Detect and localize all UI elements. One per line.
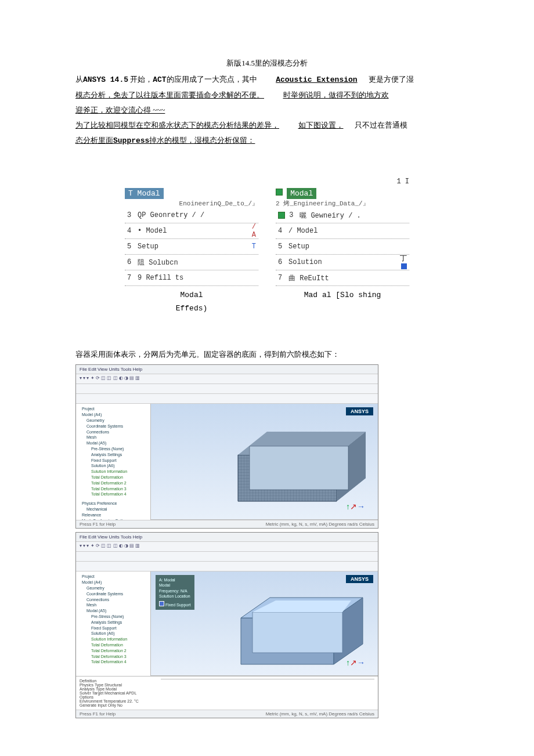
- graphics-view[interactable]: A: Modal Modal Frequency: N/A Solution L…: [151, 571, 378, 676]
- status-left: Press F1 for Help: [80, 522, 116, 527]
- toolbar-3[interactable]: [76, 562, 378, 571]
- section-text: 容器采用面体表示，分网后为壳单元。固定容器的底面，得到前六阶模态如下：: [75, 348, 459, 361]
- tree-item[interactable]: Project: [78, 574, 148, 580]
- txt: ACT: [153, 75, 166, 84]
- outline-tree[interactable]: Project Model (A4) Geometry Coordinate S…: [76, 404, 151, 520]
- wb-foot-a2: Effeds): [125, 304, 258, 313]
- tree-item[interactable]: Total Deformation: [78, 642, 148, 648]
- tree-item[interactable]: Modal (A5): [78, 608, 148, 614]
- outline-tree[interactable]: Project Model (A4) Geometry Coordinate S…: [76, 571, 151, 676]
- txt: 为了比较相同模型在空和盛水状态下的模态分析结果的差异，: [75, 118, 279, 133]
- wb-cell-results[interactable]: 7曲 ReEuItt: [276, 270, 409, 286]
- tree-item[interactable]: Total Deformation: [78, 475, 148, 480]
- details-row: Mesh Conforming Options: [78, 518, 148, 520]
- toolbar[interactable]: ▾ ▾ ▾ ✦ ⟳ ◫ ◫ ◫ ◐ ◑ ▤ ▥: [76, 542, 378, 552]
- tree-item[interactable]: Solution (A6): [78, 463, 148, 469]
- tree-item[interactable]: Mesh: [78, 602, 148, 608]
- tree-item[interactable]: Pre-Stress (None): [78, 614, 148, 620]
- tree-item[interactable]: Solution Information: [78, 636, 148, 642]
- txt: 模态分析，免去了以往版本里面需要插命令求解的不便。: [75, 88, 264, 103]
- axis-triad-icon: ↑↗→: [346, 658, 365, 667]
- wb-cell: EnoineerinQ_De_to_/』: [125, 199, 258, 208]
- toolbar-2[interactable]: [76, 552, 378, 562]
- tree-item[interactable]: Solution Information: [78, 469, 148, 475]
- txt: 迎斧正，欢迎交流心得 ~~~: [75, 103, 165, 118]
- wb-cell-geometry[interactable]: 3曬 Gewneiry / .: [276, 208, 409, 223]
- tree-item[interactable]: Mesh: [78, 435, 148, 440]
- tree-item[interactable]: Connections: [78, 429, 148, 435]
- txt: ANSYS 14.5: [83, 75, 128, 84]
- wb-header-a: T Modal: [125, 188, 164, 199]
- tree-item[interactable]: Connections: [78, 597, 148, 603]
- txt: 只不过在普通模: [355, 121, 407, 129]
- menubar[interactable]: File Edit View Units Tools Help: [76, 533, 378, 542]
- details-row: Generate Input Only No: [80, 703, 149, 707]
- wb-cell-geometry[interactable]: 3QP Geonretry / /: [125, 208, 258, 223]
- txt: 时举例说明，做得不到的地方欢: [283, 88, 389, 103]
- ansys-mech-screenshot-2: File Edit View Units Tools Help ▾ ▾ ▾ ✦ …: [75, 532, 378, 718]
- details-row: Analysis Type Modal: [80, 687, 149, 691]
- tree-item[interactable]: Model (A4): [78, 412, 148, 418]
- wb-cell-solution[interactable]: 6阻 Solubcn: [125, 255, 258, 270]
- details-row: Environment Temperature 22. °C: [80, 699, 149, 703]
- status-left: Press F1 for Help: [80, 711, 116, 717]
- txt: 的应用成了一大亮点，其中: [167, 75, 257, 84]
- wb-cell-solution[interactable]: 6Solution丁: [276, 255, 409, 270]
- tree-item[interactable]: Coordinate Systems: [78, 424, 148, 429]
- wb-system-b: 1 I Modal 2 烤_Engineering_Data_/』 3曬 Gew…: [276, 178, 409, 313]
- txt: Acoustic Extension: [276, 73, 357, 88]
- tree-item[interactable]: Total Deformation 4: [78, 659, 148, 665]
- tree-item[interactable]: Pre-Stress (None): [78, 446, 148, 452]
- status-right: Metric (mm, kg, N, s, mV, mA) Degrees ra…: [266, 522, 374, 527]
- tree-item[interactable]: Total Deformation 3: [78, 486, 148, 492]
- details-pane[interactable]: Definition Physics Type Structural Analy…: [76, 676, 378, 710]
- wb-topbar: 1 I: [276, 178, 409, 186]
- txt: 从: [75, 75, 83, 84]
- toolbar[interactable]: ▾ ▾ ▾ ✦ ⟳ ◫ ◫ ◫ ◐ ◑ ▤ ▥: [76, 374, 378, 384]
- doc-title: 新版14.5里的湿模态分析: [75, 58, 459, 68]
- tree-item[interactable]: Fixed Support: [78, 458, 148, 464]
- details-row: Relevance: [78, 512, 148, 518]
- wb-header-b: Modal: [287, 188, 316, 199]
- graphics-view[interactable]: ANSYS: [151, 404, 378, 520]
- wb-cell: 2 烤_Engineering_Data_/』: [276, 199, 409, 208]
- details-row: Physics Type Structural: [80, 683, 149, 687]
- wb-system-a: T Modal EnoineerinQ_De_to_/』 3QP Geonret…: [125, 178, 258, 313]
- tree-item[interactable]: Model (A4): [78, 580, 148, 585]
- ansys-mech-screenshot-1: File Edit View Units Tools Help ▾ ▾ ▾ ✦ …: [75, 364, 378, 529]
- wb-cell-model[interactable]: 4• Model/ A: [125, 223, 258, 239]
- status-bar: Press F1 for Help Metric (mm, kg, N, s, …: [76, 710, 378, 718]
- solid-box-icon: [226, 583, 377, 670]
- tree-item[interactable]: Coordinate Systems: [78, 591, 148, 597]
- status-right: Metric (mm, kg, N, s, mV, mA) Degrees ra…: [266, 711, 374, 717]
- txt: 态分析里面Suppress掉水的模型，湿模态分析保留：: [75, 133, 255, 149]
- tree-item[interactable]: Geometry: [78, 585, 148, 591]
- axis-triad-icon: ↑↗→: [346, 502, 365, 511]
- wb-cell-model[interactable]: 4/ Model: [276, 223, 409, 239]
- menubar[interactable]: File Edit View Units Tools Help: [76, 365, 378, 374]
- tree-item[interactable]: Analysis Settings: [78, 620, 148, 625]
- wb-foot-a: Modal: [125, 291, 258, 299]
- txt: 更是方便了湿: [369, 75, 414, 84]
- wb-cell-results[interactable]: 79 Refill ts: [125, 270, 258, 286]
- intro-paragraphs: 从ANSYS 14.5 开始，ACT的应用成了一大亮点，其中 Acoustic …: [75, 72, 459, 149]
- tree-item[interactable]: Total Deformation 2: [78, 480, 148, 486]
- wb-cell-setup[interactable]: 5Setup: [276, 239, 409, 255]
- toolbar-2[interactable]: [76, 384, 378, 394]
- tree-item[interactable]: Solution (A6): [78, 631, 148, 636]
- tree-item[interactable]: Fixed Support: [78, 625, 148, 631]
- view-legend: A: Modal Modal Frequency: N/A Solution L…: [156, 575, 194, 609]
- tree-item[interactable]: Total Deformation 2: [78, 648, 148, 654]
- workbench-schematic: T Modal EnoineerinQ_De_to_/』 3QP Geonret…: [75, 178, 459, 313]
- svg-marker-5: [250, 446, 348, 490]
- details-row: Physics Preference: [78, 501, 148, 507]
- tree-item[interactable]: Total Deformation 3: [78, 654, 148, 660]
- tree-item[interactable]: Total Deformation 4: [78, 491, 148, 497]
- tree-item[interactable]: Modal (A5): [78, 440, 148, 446]
- tree-item[interactable]: Analysis Settings: [78, 452, 148, 458]
- wb-cell-setup[interactable]: 5SetupT: [125, 239, 258, 255]
- tree-item[interactable]: Geometry: [78, 418, 148, 424]
- square-icon: 丁: [396, 254, 407, 272]
- tree-item[interactable]: Project: [78, 406, 148, 412]
- toolbar-3[interactable]: [76, 394, 378, 404]
